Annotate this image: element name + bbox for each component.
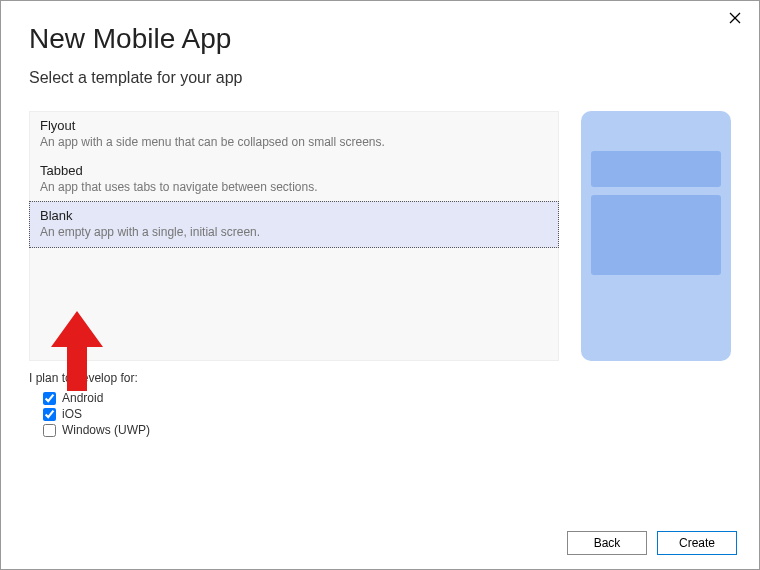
template-item-flyout[interactable]: Flyout An app with a side menu that can … [30,112,558,157]
template-preview [581,111,731,361]
template-desc: An app that uses tabs to navigate betwee… [40,180,548,194]
checkbox-label: Windows (UWP) [62,423,150,437]
template-name: Blank [40,208,548,223]
develop-for-label: I plan to develop for: [29,371,731,385]
template-name: Flyout [40,118,548,133]
template-list: Flyout An app with a side menu that can … [29,111,559,361]
checkbox-windows-uwp[interactable]: Windows (UWP) [43,423,731,437]
preview-block [591,151,721,187]
template-item-blank[interactable]: Blank An empty app with a single, initia… [29,201,559,248]
template-desc: An app with a side menu that can be coll… [40,135,548,149]
template-desc: An empty app with a single, initial scre… [40,225,548,239]
template-item-tabbed[interactable]: Tabbed An app that uses tabs to navigate… [30,157,558,202]
checkbox-ios[interactable]: iOS [43,407,731,421]
back-button[interactable]: Back [567,531,647,555]
close-icon [729,12,741,24]
preview-block [591,195,721,275]
dialog-title: New Mobile App [1,1,759,69]
template-name: Tabbed [40,163,548,178]
checkbox-label: Android [62,391,103,405]
close-button[interactable] [729,11,741,27]
checkbox-input[interactable] [43,392,56,405]
checkbox-input[interactable] [43,408,56,421]
checkbox-android[interactable]: Android [43,391,731,405]
checkbox-label: iOS [62,407,82,421]
checkbox-input[interactable] [43,424,56,437]
dialog-subtitle: Select a template for your app [1,69,759,111]
create-button[interactable]: Create [657,531,737,555]
